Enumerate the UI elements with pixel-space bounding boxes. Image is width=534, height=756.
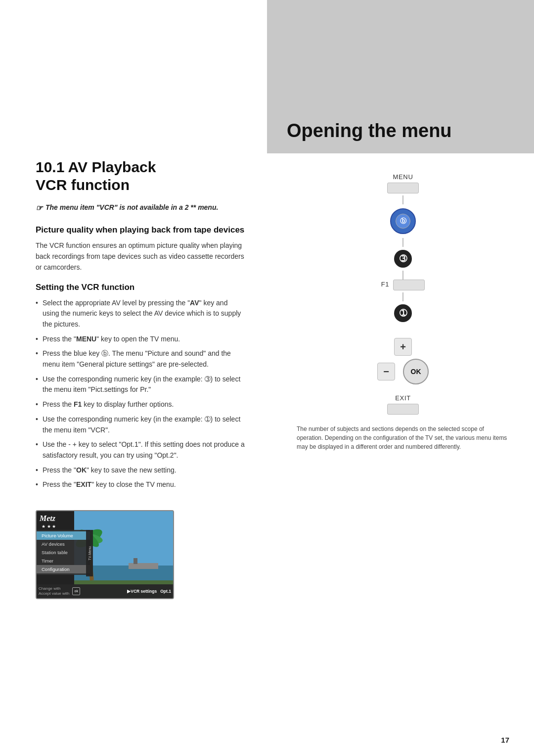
blue-circle-group: ⓑ (390, 208, 416, 234)
blue-circle-symbol: ⓑ (400, 217, 406, 226)
connector (402, 292, 403, 301)
f1-label: F1 (381, 281, 389, 288)
tv-stars: ★ ★ ★ (42, 524, 56, 529)
bullet-list: Select the appropriate AV level by press… (36, 298, 245, 494)
picture-quality-title: Picture quality when playing back from t… (36, 225, 245, 236)
right-column: Opening the menu MENU ⓑ (267, 0, 534, 756)
menu-button[interactable] (387, 183, 419, 193)
minus-symbol: − (383, 366, 389, 378)
num0-badge[interactable]: ➀ (394, 304, 412, 322)
f1-button[interactable] (393, 280, 425, 290)
tv-menu-item: AV devices (37, 540, 90, 548)
circle-inner: ⓑ (396, 214, 410, 229)
tv-bottom-text: Change with Accept value with (37, 586, 71, 596)
tv-menu-item: Configuration (37, 565, 90, 573)
footnote: The number of subjects and sections depe… (297, 425, 509, 451)
connector (402, 238, 403, 247)
f1-button-group: F1 (381, 280, 425, 290)
svg-rect-8 (134, 558, 137, 564)
ok-button[interactable]: OK (403, 359, 429, 384)
menu-button-group: MENU (387, 173, 419, 193)
list-item: Use the corresponding numeric key (in th… (36, 414, 245, 435)
list-item: Press the F1 key to display further opti… (36, 399, 245, 410)
menu-label: MENU (393, 173, 413, 181)
tv-menu-item: Station table (37, 548, 90, 557)
page-number: 17 (501, 736, 509, 744)
note-icon: ☞ (36, 203, 43, 214)
plus-symbol: + (400, 341, 406, 353)
opening-menu-title: Opening the menu (267, 111, 534, 153)
list-item: Press the blue key ⓑ. The menu "Picture … (36, 348, 245, 370)
remote-diagram: MENU ⓑ ➂ (297, 173, 509, 417)
minus-button[interactable]: − (377, 363, 395, 380)
right-content: MENU ⓑ ➂ (267, 153, 534, 756)
list-item: Use the corresponding numeric key (in th… (36, 374, 245, 395)
list-item: Select the appropriate AV level by press… (36, 298, 245, 330)
list-item: Use the - + key to select "Opt.1". If th… (36, 439, 245, 461)
blue-circle-button[interactable]: ⓑ (390, 208, 416, 234)
right-header: Opening the menu (267, 0, 534, 153)
vcr-function-title: Setting the VCR function (36, 282, 245, 293)
page: 10.1 AV Playback VCR function ☞ The menu… (0, 0, 534, 756)
svg-rect-7 (129, 563, 158, 569)
tv-bottom-right: ▶VCR settings Opt.1 (127, 589, 171, 594)
exit-label: EXIT (395, 394, 411, 402)
num2-badge[interactable]: ➂ (394, 250, 412, 268)
tv-vertical-label: TV-Menu (88, 546, 91, 560)
plus-button[interactable]: + (394, 338, 412, 356)
exit-button-group: EXIT (387, 391, 419, 415)
tv-logo: Metz (40, 514, 55, 523)
list-item: Press the "MENU" key to open the TV menu… (36, 334, 245, 345)
list-item: Press the "OK" key to save the new setti… (36, 465, 245, 476)
tv-menu-item: Picture·Volume (37, 531, 90, 540)
exit-button[interactable] (387, 404, 419, 415)
left-column: 10.1 AV Playback VCR function ☞ The menu… (0, 0, 267, 756)
connector (402, 271, 403, 280)
tv-screenshot: Metz ★ ★ ★ Picture·Volume AV devices Sta… (36, 510, 174, 599)
picture-quality-body: The VCR function ensures an optimum pict… (36, 240, 245, 273)
tv-menu-item: Timer (37, 557, 90, 565)
note-text: ☞ The menu item "VCR" is not available i… (36, 203, 245, 214)
list-item: Press the "EXIT" key to close the TV men… (36, 479, 245, 490)
section-title: 10.1 AV Playback VCR function (36, 158, 245, 194)
connector (402, 195, 403, 204)
